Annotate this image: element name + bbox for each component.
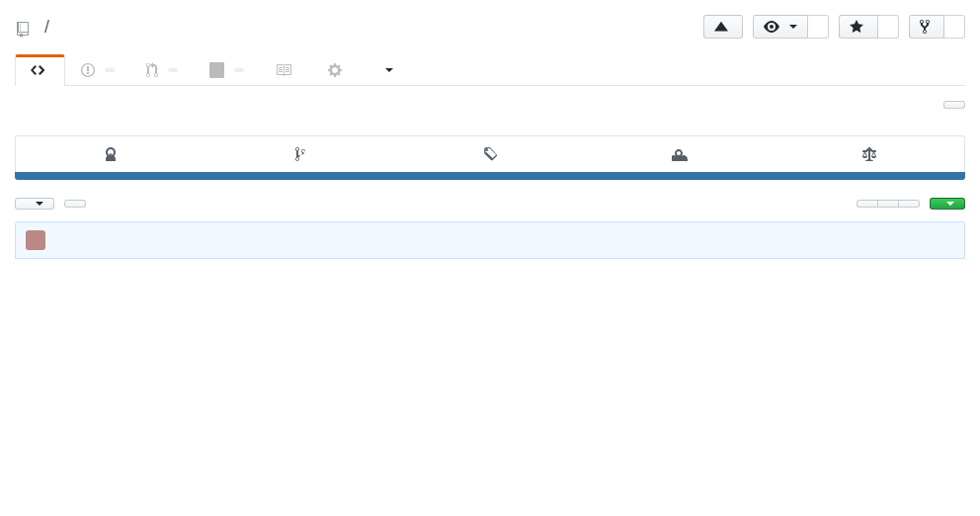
commits-link[interactable]	[16, 136, 205, 172]
repo-tabs	[15, 54, 965, 86]
caret-down-icon	[946, 202, 954, 206]
pulls-count	[168, 68, 178, 72]
unwatch-button[interactable]	[753, 15, 808, 39]
repo-icon	[15, 18, 31, 39]
contributors-link[interactable]	[585, 136, 775, 172]
fork-count[interactable]	[944, 15, 965, 39]
slash: /	[44, 17, 49, 38]
clone-download-button[interactable]	[930, 198, 965, 210]
language-bar[interactable]	[15, 172, 965, 180]
edit-button[interactable]	[943, 101, 965, 109]
watch-count[interactable]	[808, 15, 829, 39]
projects-count	[234, 68, 244, 72]
add-repo-button[interactable]	[703, 15, 743, 39]
tab-issues[interactable]	[65, 54, 130, 86]
repo-title: /	[15, 17, 55, 38]
caret-down-icon	[385, 68, 393, 72]
avatar[interactable]	[26, 230, 45, 250]
fork-button[interactable]	[909, 15, 944, 39]
caret-down-icon	[789, 25, 797, 29]
tab-settings[interactable]	[312, 54, 363, 86]
license-link[interactable]	[775, 136, 964, 172]
branches-link[interactable]	[205, 136, 395, 172]
upload-files-button[interactable]	[877, 200, 898, 208]
latest-commit-left	[26, 230, 51, 250]
issues-count	[105, 68, 115, 72]
tab-wiki[interactable]	[260, 54, 312, 86]
branch-select[interactable]	[15, 198, 54, 210]
create-file-button[interactable]	[857, 200, 877, 208]
star-count[interactable]	[878, 15, 899, 39]
releases-link[interactable]	[395, 136, 585, 172]
tab-code[interactable]	[15, 54, 65, 86]
tab-projects[interactable]	[194, 54, 260, 86]
caret-down-icon	[36, 202, 43, 206]
new-pull-request-button[interactable]	[64, 200, 86, 208]
find-file-button[interactable]	[898, 200, 920, 208]
tab-pull-requests[interactable]	[130, 54, 194, 86]
tab-insights[interactable]	[363, 54, 409, 86]
star-button[interactable]	[839, 15, 878, 39]
